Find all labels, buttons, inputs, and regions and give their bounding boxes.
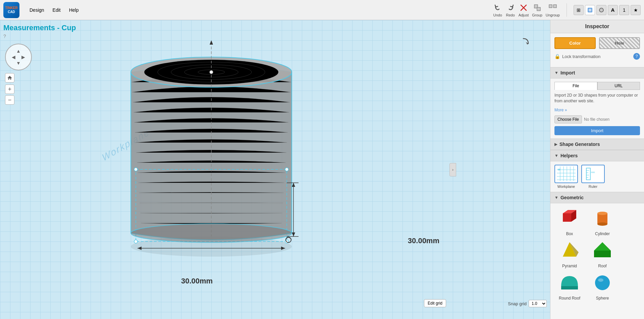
helper-ruler[interactable]: mm Ruler xyxy=(581,165,605,189)
shape-sphere[interactable]: Sphere xyxy=(587,271,618,301)
redo-button[interactable]: Redo xyxy=(506,3,515,17)
star-btn[interactable]: ★ xyxy=(631,5,641,15)
rotate-handle[interactable] xyxy=(517,37,530,50)
shape-gen-arrow-icon: ▶ xyxy=(554,142,557,147)
snap-grid-label: Snap grid xyxy=(508,301,527,306)
menu-design[interactable]: Design xyxy=(26,6,48,14)
wireframe-view-btn[interactable] xyxy=(596,5,606,15)
viewport[interactable]: Workplane Measurements - Cup ? ▲ ◀ ▶ ▼ xyxy=(0,20,550,319)
menu-bar: Design Edit Help xyxy=(26,6,82,14)
choose-file-row: Choose File No file chosen xyxy=(554,115,640,123)
sphere-label: Sphere xyxy=(596,296,609,301)
roof-thumb xyxy=(587,239,618,262)
number-view-btn[interactable]: 1 xyxy=(619,5,629,15)
hole-button[interactable]: Hole xyxy=(599,37,640,49)
redo-label: Redo xyxy=(506,13,515,17)
zoom-in-button[interactable]: + xyxy=(5,85,14,94)
group-button[interactable]: Group xyxy=(532,3,542,17)
nav-down-arrow[interactable]: ▼ xyxy=(16,60,21,66)
undo-button[interactable]: Undo xyxy=(493,3,502,17)
helper-workplane[interactable]: W Workplane xyxy=(554,165,578,189)
choose-file-button[interactable]: Choose File xyxy=(554,115,582,123)
toolbar: TINKER CAD Design Edit Help Undo Redo Ad… xyxy=(0,0,644,20)
zoom-out-button[interactable]: − xyxy=(5,95,14,105)
shape-pyramid[interactable]: Pyramid xyxy=(554,239,585,268)
svg-point-9 xyxy=(599,9,603,11)
svg-rect-3 xyxy=(537,7,540,11)
pyramid-label: Pyramid xyxy=(562,264,577,268)
svg-point-59 xyxy=(597,212,607,215)
svg-point-60 xyxy=(597,222,607,226)
shape-cylinder[interactable]: Cylinder xyxy=(587,207,618,236)
svg-rect-65 xyxy=(561,286,578,289)
shape-generators-header[interactable]: ▶ Shape Generators xyxy=(550,139,644,150)
geometric-body: Box Cylinder xyxy=(550,203,644,304)
ungroup-button[interactable]: Ungroup xyxy=(546,3,560,17)
snap-grid-select[interactable]: 1.0 0.5 0.25 2.0 xyxy=(529,300,547,307)
page-title: Measurements - Cup xyxy=(3,23,76,32)
adjust-button[interactable]: Adjust xyxy=(519,3,529,17)
import-section-header[interactable]: ▼ Import xyxy=(550,67,644,78)
import-section-title: Import xyxy=(560,70,575,75)
ungroup-label: Ungroup xyxy=(546,13,560,17)
geometric-section-header[interactable]: ▼ Geometric xyxy=(550,192,644,203)
main-area: Workplane Measurements - Cup ? ▲ ◀ ▶ ▼ xyxy=(0,20,644,319)
nav-up-arrow[interactable]: ▲ xyxy=(16,48,21,54)
box-label: Box xyxy=(566,231,573,236)
nav-circle[interactable]: ▲ ◀ ▶ ▼ xyxy=(5,44,32,70)
svg-text:W: W xyxy=(558,168,560,171)
svg-rect-5 xyxy=(553,5,556,8)
menu-edit[interactable]: Edit xyxy=(49,6,64,14)
shape-box[interactable]: Box xyxy=(554,207,585,236)
import-tabs: File URL xyxy=(554,82,640,90)
helpers-row: W Workplane xyxy=(554,165,640,189)
edit-grid-button[interactable]: Edit grid xyxy=(424,299,446,307)
shape-round-roof[interactable]: Round Roof xyxy=(554,271,585,301)
import-tab-url[interactable]: URL xyxy=(597,82,640,90)
grid-view-btn[interactable]: ⊞ xyxy=(574,5,584,15)
geometric-section-title: Geometric xyxy=(560,195,584,200)
import-button[interactable]: Import xyxy=(554,126,640,135)
geometric-arrow-icon: ▼ xyxy=(554,195,558,200)
workplane-label: Workplane xyxy=(557,184,575,189)
ruler-label: Ruler xyxy=(589,184,597,189)
svg-point-8 xyxy=(599,8,603,12)
logo[interactable]: TINKER CAD xyxy=(3,2,19,18)
color-hole-row: Color Hole xyxy=(554,37,640,49)
shape-roof[interactable]: Roof xyxy=(587,239,618,268)
text-view-btn[interactable]: A xyxy=(608,5,618,15)
undo-label: Undo xyxy=(493,13,502,17)
sidebar-collapse-button[interactable]: › xyxy=(449,163,456,176)
nav-left-arrow[interactable]: ◀ xyxy=(12,54,15,60)
home-button[interactable] xyxy=(5,73,14,83)
cylinder-thumb xyxy=(587,207,618,230)
nav-arrows: ▲ ◀ ▶ ▼ xyxy=(12,48,25,66)
zoom-controls: + − xyxy=(5,85,14,105)
inspector-help-btn[interactable]: ? xyxy=(633,53,640,60)
round-roof-label: Round Roof xyxy=(559,296,580,301)
helpers-arrow-icon: ▼ xyxy=(554,153,558,158)
grid-canvas xyxy=(0,20,550,319)
import-description: Import 2D or 3D shapes from your compute… xyxy=(554,93,640,104)
no-file-text: No file chosen xyxy=(584,117,609,122)
import-tab-file[interactable]: File xyxy=(554,82,597,90)
menu-help[interactable]: Help xyxy=(66,6,82,14)
import-more-link[interactable]: More » xyxy=(554,108,567,112)
viewport-help-icon[interactable]: ? xyxy=(3,34,6,39)
svg-rect-64 xyxy=(594,251,611,257)
svg-rect-7 xyxy=(589,9,591,11)
svg-marker-63 xyxy=(594,242,611,251)
logo-text: TINKER CAD xyxy=(5,6,17,14)
svg-text:mm: mm xyxy=(591,171,595,173)
helpers-section-header[interactable]: ▼ Helpers xyxy=(550,150,644,161)
nav-control[interactable]: ▲ ◀ ▶ ▼ xyxy=(5,44,32,70)
color-button[interactable]: Color xyxy=(554,37,596,49)
lock-row: 🔒 Lock transformation ? xyxy=(554,53,640,60)
sphere-thumb xyxy=(587,271,618,295)
nav-right-arrow[interactable]: ▶ xyxy=(21,54,25,60)
3d-view-btn[interactable] xyxy=(585,5,595,15)
snap-grid-control: Snap grid 1.0 0.5 0.25 2.0 xyxy=(508,300,547,307)
right-panel: Inspector Color Hole 🔒 Lock transformati… xyxy=(550,20,644,319)
shape-generators-title: Shape Generators xyxy=(559,142,600,147)
box-thumb xyxy=(554,207,585,230)
